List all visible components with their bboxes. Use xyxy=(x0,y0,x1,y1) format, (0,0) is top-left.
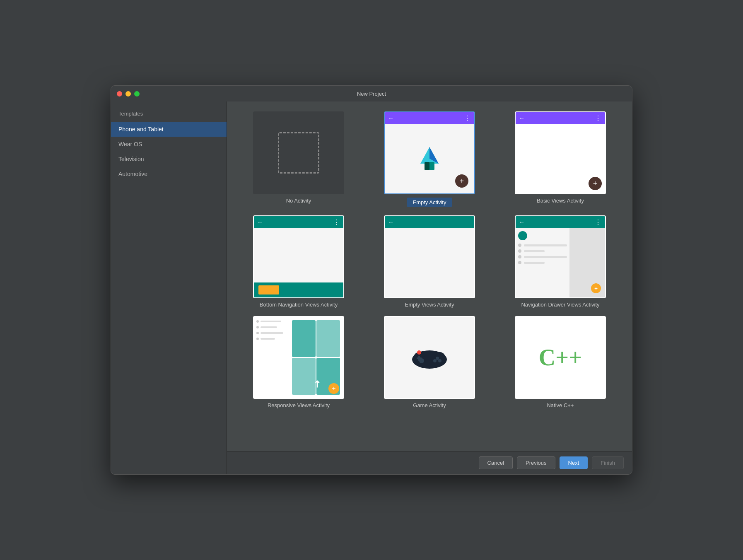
template-responsive-views[interactable]: ↗ + Responsive Views Activity xyxy=(239,316,358,408)
cancel-button[interactable]: Cancel xyxy=(479,456,513,469)
traffic-lights xyxy=(117,91,140,97)
basic-fab: + xyxy=(589,177,602,190)
template-label-game: Game Activity xyxy=(413,402,446,408)
android-logo xyxy=(413,142,446,175)
drawer-fab: + xyxy=(591,283,601,293)
bottom-nav-bar xyxy=(254,282,343,297)
svg-point-9 xyxy=(436,357,439,360)
footer: Cancel Previous Next Finish xyxy=(227,451,632,474)
sidebar-item-automotive[interactable]: Automotive xyxy=(111,167,227,181)
svg-point-11 xyxy=(438,359,441,362)
template-label-responsive: Responsive Views Activity xyxy=(268,402,330,408)
gamepad-svg xyxy=(411,345,448,370)
svg-point-10 xyxy=(433,359,437,362)
template-label-basic-views: Basic Views Activity xyxy=(537,198,584,204)
template-native-cpp[interactable]: C++ Native C++ xyxy=(501,316,620,408)
template-label-nav-drawer: Navigation Drawer Views Activity xyxy=(521,302,599,308)
sidebar-item-television[interactable]: Television xyxy=(111,152,227,167)
finish-button[interactable]: Finish xyxy=(592,456,624,469)
no-activity-dashed-box xyxy=(278,132,319,174)
template-bottom-nav[interactable]: ← ⋮ xyxy=(239,215,358,308)
template-empty-views[interactable]: ← Empty Views Activity xyxy=(370,215,489,308)
fab-button: + xyxy=(455,174,468,188)
template-label-empty-activity: Empty Activity xyxy=(407,198,452,207)
topbar-menu-icon: ⋮ xyxy=(464,114,471,122)
template-basic-views[interactable]: ← ⋮ + Basic Views Activity xyxy=(501,111,620,207)
cpp-logo-text: C++ xyxy=(539,344,582,371)
template-label-empty-views: Empty Views Activity xyxy=(405,302,454,308)
topbar-menu-icon-nd: ⋮ xyxy=(595,218,602,226)
topbar-back-icon-basic: ← xyxy=(519,115,525,121)
svg-point-14 xyxy=(417,350,421,355)
window-title: New Project xyxy=(357,91,386,97)
template-nav-drawer[interactable]: ← ⋮ xyxy=(501,215,620,308)
sidebar-item-wear-os[interactable]: Wear OS xyxy=(111,137,227,152)
drawer-header-circle xyxy=(518,231,527,240)
content-area: Templates Phone and Tablet Wear OS Telev… xyxy=(111,101,632,474)
close-button[interactable] xyxy=(117,91,122,97)
next-button[interactable]: Next xyxy=(560,456,588,469)
template-game-activity[interactable]: Game Activity xyxy=(370,316,489,408)
template-label-cpp: Native C++ xyxy=(547,402,574,408)
resp-fab: + xyxy=(328,383,339,394)
main-panel: No Activity ← ⋮ xyxy=(227,101,632,474)
template-no-activity[interactable]: No Activity xyxy=(239,111,358,207)
svg-rect-3 xyxy=(425,162,429,170)
sidebar-section-label: Templates xyxy=(111,108,227,122)
templates-grid: No Activity ← ⋮ xyxy=(227,101,632,451)
svg-rect-13 xyxy=(417,357,422,359)
topbar-back-icon-ev: ← xyxy=(388,219,394,225)
topbar-back-icon: ← xyxy=(388,115,394,121)
previous-button[interactable]: Previous xyxy=(517,456,555,469)
titlebar: New Project xyxy=(111,86,632,101)
topbar-back-icon-bottom: ← xyxy=(257,219,263,225)
topbar-menu-icon-bottom: ⋮ xyxy=(333,218,340,226)
minimize-button[interactable] xyxy=(125,91,131,97)
topbar-back-icon-nd: ← xyxy=(519,219,525,225)
template-label-bottom-nav: Bottom Navigation Views Activity xyxy=(260,302,338,308)
topbar-menu-icon-basic: ⋮ xyxy=(595,114,602,122)
svg-rect-7 xyxy=(424,356,435,362)
maximize-button[interactable] xyxy=(134,91,140,97)
main-window: New Project Templates Phone and Tablet W… xyxy=(111,85,632,475)
template-empty-activity[interactable]: ← ⋮ xyxy=(370,111,489,207)
template-label-no-activity: No Activity xyxy=(286,198,311,204)
sidebar: Templates Phone and Tablet Wear OS Telev… xyxy=(111,101,227,474)
sidebar-item-phone-tablet[interactable]: Phone and Tablet xyxy=(111,122,227,137)
